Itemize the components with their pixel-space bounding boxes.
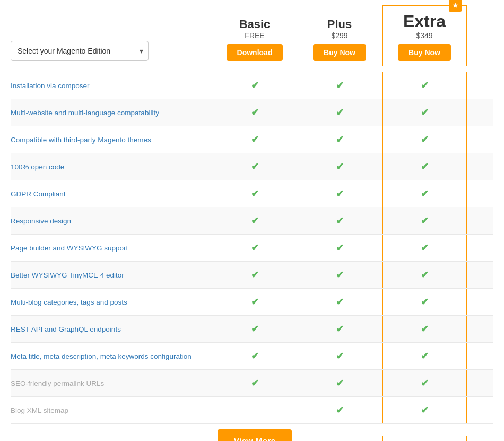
basic-download-button[interactable]: Download: [227, 44, 283, 61]
plus-check-cell: ✔: [297, 370, 382, 396]
feature-label: Multi-website and multi-language compata…: [11, 101, 212, 124]
check-icon: ✔: [251, 378, 259, 388]
basic-check-cell: ✔: [212, 235, 297, 261]
table-row: Multi-blog categories, tags and posts ✔ …: [11, 289, 493, 316]
plus-check-cell: ✔: [297, 397, 382, 423]
table-row: Blog XML sitemap ✔ ✔: [11, 397, 493, 424]
check-icon: ✔: [251, 80, 259, 91]
table-row: Page builder and WYSIWYG support ✔ ✔ ✔: [11, 235, 493, 262]
plus-check-cell: ✔: [297, 99, 382, 126]
table-row: Compatible with third-party Magento them…: [11, 126, 493, 153]
edition-select-wrapper[interactable]: Select your Magento EditionCommunity Edi…: [11, 41, 149, 61]
extra-check-cell: ✔: [382, 207, 467, 234]
basic-check-cell: ✔: [212, 126, 297, 153]
check-icon: ✔: [421, 161, 429, 172]
check-icon: ✔: [421, 297, 429, 307]
check-icon: ✔: [251, 243, 259, 253]
check-icon: ✔: [421, 378, 429, 388]
extra-check-cell: ✔: [382, 153, 467, 180]
table-row: Installation via composer ✔ ✔ ✔: [11, 72, 493, 99]
plus-check-cell: ✔: [297, 316, 382, 342]
view-more-cell[interactable]: View More: [212, 424, 297, 441]
feature-label: Blog XML sitemap: [11, 399, 212, 422]
check-icon: ✔: [251, 270, 259, 280]
basic-plan-price: FREE: [215, 31, 294, 40]
check-icon: ✔: [421, 188, 429, 199]
extra-view-more-cell: [382, 436, 467, 441]
extra-plan-price: $349: [386, 31, 463, 40]
table-row: REST API and GraphQL endpoints ✔ ✔ ✔: [11, 316, 493, 343]
check-icon: ✔: [251, 215, 259, 226]
plus-check-cell: ✔: [297, 126, 382, 153]
feature-label: 100% open code: [11, 155, 212, 178]
feature-label: Page builder and WYSIWYG support: [11, 237, 212, 260]
check-icon: ✔: [251, 107, 259, 118]
check-icon: ✔: [336, 188, 344, 199]
check-icon: ✔: [251, 188, 259, 199]
basic-check-cell: ✔: [212, 289, 297, 315]
extra-check-cell: ✔: [382, 397, 467, 423]
plus-plan-price: $299: [300, 31, 379, 40]
extra-check-cell: ✔: [382, 72, 467, 99]
plus-plan-header: Plus $299 Buy Now: [297, 12, 382, 66]
check-icon: ✔: [336, 215, 344, 226]
basic-check-cell: ✔: [212, 72, 297, 99]
extra-plan-header: Extra $349 Buy Now: [382, 5, 467, 66]
check-icon: ✔: [336, 324, 344, 334]
table-row: GDPR Compliant ✔ ✔ ✔: [11, 180, 493, 207]
feature-label: Responsive design: [11, 210, 212, 232]
extra-check-cell: ✔: [382, 370, 467, 396]
check-icon: ✔: [336, 134, 344, 145]
basic-check-cell: ✔: [212, 316, 297, 342]
check-icon: ✔: [336, 405, 344, 416]
extra-check-cell: ✔: [382, 126, 467, 153]
extra-check-cell: ✔: [382, 262, 467, 288]
extra-check-cell: ✔: [382, 343, 467, 369]
feature-label: Installation via composer: [11, 74, 212, 97]
feature-label: Compatible with third-party Magento them…: [11, 128, 212, 151]
plus-plan-name: Plus: [300, 18, 379, 31]
basic-check-cell: ✔: [212, 180, 297, 207]
plus-check-cell: ✔: [297, 72, 382, 99]
feature-label: Meta title, meta description, meta keywo…: [11, 345, 212, 368]
feature-label: Multi-blog categories, tags and posts: [11, 291, 212, 314]
extra-check-cell: ✔: [382, 235, 467, 261]
check-icon: ✔: [336, 107, 344, 118]
check-icon: ✔: [251, 297, 259, 307]
check-icon: ✔: [421, 134, 429, 145]
basic-check-cell: ✔: [212, 153, 297, 180]
feature-label: GDPR Compliant: [11, 183, 212, 205]
basic-check-cell: ✔: [212, 343, 297, 369]
check-icon: ✔: [251, 134, 259, 145]
check-icon: ✔: [336, 378, 344, 388]
view-more-button[interactable]: View More: [218, 429, 292, 441]
check-icon: ✔: [421, 243, 429, 253]
basic-check-cell: ✔: [212, 99, 297, 126]
check-icon: ✔: [251, 161, 259, 172]
plus-check-cell: ✔: [297, 235, 382, 261]
basic-plan-header: Basic FREE Download: [212, 12, 297, 66]
table-row: Better WYSIWYG TinyMCE 4 editor ✔ ✔ ✔: [11, 262, 493, 289]
check-icon: ✔: [421, 351, 429, 361]
plus-buynow-button[interactable]: Buy Now: [313, 44, 366, 61]
check-icon: ✔: [336, 351, 344, 361]
plus-check-cell: ✔: [297, 180, 382, 207]
plus-check-cell: ✔: [297, 289, 382, 315]
edition-select[interactable]: Select your Magento EditionCommunity Edi…: [11, 41, 149, 61]
extra-check-cell: ✔: [382, 316, 467, 342]
check-icon: ✔: [336, 270, 344, 280]
extra-check-cell: ✔: [382, 180, 467, 207]
feature-label: SEO-friendly permalink URLs: [11, 372, 212, 395]
plus-check-cell: ✔: [297, 343, 382, 369]
extra-buynow-button[interactable]: Buy Now: [398, 44, 451, 61]
feature-label: REST API and GraphQL endpoints: [11, 318, 212, 341]
plus-check-cell: ✔: [297, 207, 382, 234]
plus-check-cell: ✔: [297, 262, 382, 288]
check-icon: ✔: [421, 107, 429, 118]
view-more-row: View More: [11, 424, 493, 441]
check-icon: ✔: [251, 351, 259, 361]
basic-check-cell: ✔: [212, 262, 297, 288]
check-icon: ✔: [336, 161, 344, 172]
extra-plan-name: Extra: [386, 12, 463, 31]
basic-check-cell: ✔: [212, 207, 297, 234]
